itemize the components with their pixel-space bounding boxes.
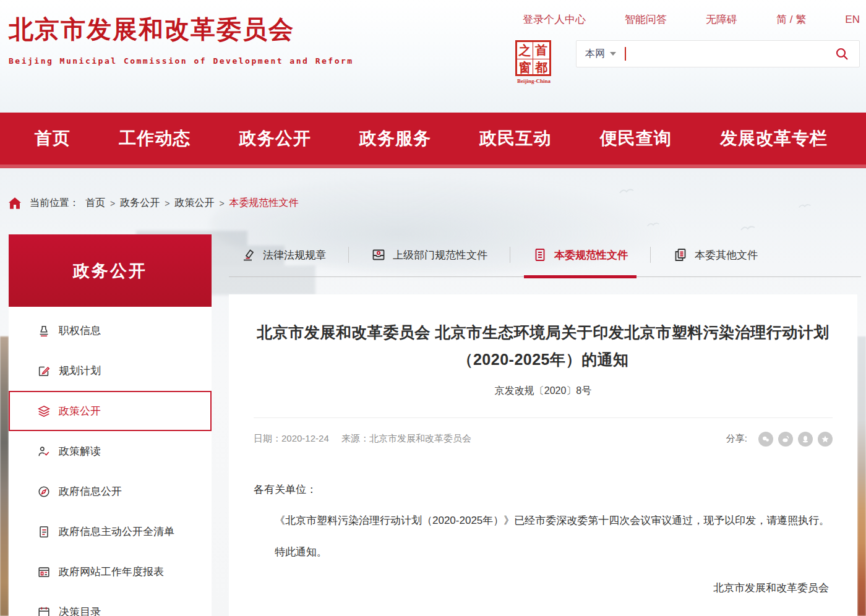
home-icon[interactable]	[9, 197, 21, 209]
article-body: 各有关单位： 《北京市塑料污染治理行动计划（2020-2025年）》已经市委深改…	[254, 479, 833, 600]
tab-commission-normative-docs[interactable]: 本委规范性文件	[533, 247, 628, 262]
search-input[interactable]	[631, 45, 833, 63]
article-card: 北京市发展和改革委员会 北京市生态环境局关于印发北京市塑料污染治理行动计划（20…	[229, 294, 857, 616]
beijing-china-seal-logo[interactable]: 之 首 窗 都 Beijing-China	[515, 40, 552, 84]
nav-item-gov-services[interactable]: 政务服务	[359, 127, 431, 150]
bird-watermark-icon	[619, 187, 635, 195]
red-document-icon	[533, 247, 547, 262]
search-box: 本网	[576, 40, 860, 67]
sidebar-item-proactive-disclosure-list[interactable]: 政府信息主动公开全清单	[9, 511, 212, 552]
search-caret-divider	[625, 47, 626, 61]
seal-grid: 之 首 窗 都	[515, 40, 551, 76]
tab-label: 法律法规规章	[263, 248, 326, 262]
seal-stamp-icon	[241, 247, 256, 262]
date-label: 日期：	[254, 433, 281, 443]
sidebar-item-policy-interpretation[interactable]: 政策解读	[9, 431, 212, 471]
tab-superior-normative-docs[interactable]: 上级部门规范性文件	[371, 247, 487, 262]
search-icon[interactable]	[833, 45, 851, 62]
article-meta: 日期：2020-12-24 来源：北京市发展和改革委员会	[254, 433, 471, 445]
tab-laws-regulations[interactable]: 法律法规规章	[241, 247, 326, 262]
content-row: 政务公开 职权信息 规划计划	[0, 234, 866, 616]
nav-item-reform-column[interactable]: 发展改革专栏	[720, 127, 828, 150]
divider	[254, 417, 833, 418]
breadcrumb-separator: >	[110, 199, 115, 208]
search-scope-label: 本网	[585, 48, 605, 61]
article-signature: 北京市发展和改革委员会	[254, 577, 833, 600]
breadcrumb-home[interactable]: 首页	[85, 197, 105, 210]
sidebar-list: 职权信息 规划计划 政策公开	[9, 307, 212, 616]
breadcrumb-policy-open[interactable]: 政策公开	[174, 197, 214, 210]
sidebar-item-gov-info-open[interactable]: 政府信息公开	[9, 471, 212, 511]
main-nav: 首页 工作动态 政务公开 政务服务 政民互动 便民查询 发展改革专栏	[0, 113, 866, 168]
nav-item-public-query[interactable]: 便民查询	[600, 127, 672, 150]
copy-document-icon	[673, 247, 688, 262]
tab-divider	[650, 247, 651, 263]
seal-char: 都	[533, 59, 549, 76]
sidebar-item-annual-report[interactable]: 政府网站工作年度报表	[9, 552, 212, 592]
sidebar-item-label: 政府信息主动公开全清单	[59, 524, 174, 539]
calendar-icon	[37, 605, 51, 616]
body-salutation: 各有关单位：	[254, 479, 833, 502]
nav-item-interaction[interactable]: 政民互动	[479, 127, 551, 150]
site-logo[interactable]: 北京市发展和改革委员会 Beijing Municipal Commission…	[9, 12, 354, 66]
nav-item-home[interactable]: 首页	[35, 127, 71, 150]
plan-edit-icon	[37, 364, 51, 378]
tab-label: 本委其他文件	[695, 248, 758, 262]
article-meta-row: 日期：2020-12-24 来源：北京市发展和改革委员会 分享:	[254, 432, 833, 447]
sidebar-item-label: 规划计划	[59, 364, 101, 378]
seal-char: 之	[517, 42, 533, 59]
breadcrumb-separator: >	[165, 199, 169, 208]
person-check-icon	[37, 445, 51, 458]
sidebar-item-label: 决策目录	[59, 605, 101, 616]
tab-label: 本委规范性文件	[554, 248, 628, 262]
top-link-accessibility[interactable]: 无障碍	[706, 12, 737, 27]
qq-icon[interactable]	[798, 432, 813, 447]
search-row: 之 首 窗 都 Beijing-China 本网	[515, 40, 860, 84]
sidebar-header[interactable]: 政务公开	[9, 234, 212, 307]
tab-divider	[348, 247, 349, 263]
sidebar-item-plans[interactable]: 规划计划	[9, 351, 212, 391]
top-header: 北京市发展和改革委员会 Beijing Municipal Commission…	[0, 0, 866, 113]
compass-icon	[37, 485, 51, 498]
wechat-icon[interactable]	[758, 432, 773, 447]
active-tab-underline	[524, 275, 637, 278]
sidebar: 政务公开 职权信息 规划计划	[9, 234, 212, 616]
favorite-star-icon[interactable]	[818, 432, 833, 447]
top-link-english[interactable]: EN	[845, 14, 860, 26]
article-title: 北京市发展和改革委员会 北京市生态环境局关于印发北京市塑料污染治理行动计划（20…	[254, 319, 833, 374]
sidebar-item-decision-catalog[interactable]: 决策目录	[9, 592, 212, 616]
source-label: 来源：	[341, 433, 369, 443]
sidebar-item-policy-open[interactable]: 政策公开	[9, 391, 212, 431]
top-link-simplified-traditional[interactable]: 简 / 繁	[776, 12, 806, 27]
share-bar: 分享:	[726, 432, 833, 447]
sidebar-item-label: 政策解读	[59, 444, 101, 458]
nav-item-gov-open[interactable]: 政务公开	[239, 127, 311, 150]
breadcrumb-label: 当前位置：	[30, 197, 79, 210]
breadcrumb-gov-open[interactable]: 政务公开	[120, 197, 160, 210]
weibo-icon[interactable]	[778, 432, 793, 447]
top-link-login[interactable]: 登录个人中心	[523, 12, 586, 27]
sidebar-item-authority-info[interactable]: 职权信息	[9, 310, 212, 351]
seal-caption: Beijing-China	[515, 78, 552, 84]
document-list-icon	[37, 525, 51, 539]
page: 北京市发展和改革委员会 Beijing Municipal Commission…	[0, 0, 866, 616]
site-title: 北京市发展和改革委员会	[9, 12, 354, 46]
main-column: 法律法规规章 上级部门规范性文件 本委规范性文件	[229, 234, 866, 616]
top-link-qa[interactable]: 智能问答	[625, 12, 667, 27]
stamp-icon	[37, 324, 51, 338]
sidebar-item-label: 职权信息	[59, 323, 101, 338]
inbox-icon	[371, 247, 386, 262]
breadcrumb: 当前位置： 首页 > 政务公开 > 政策公开 > 本委规范性文件	[0, 197, 866, 210]
nav-item-work-news[interactable]: 工作动态	[119, 127, 191, 150]
top-links: 登录个人中心 智能问答 无障碍 简 / 繁 EN	[515, 12, 860, 27]
tab-commission-other-docs[interactable]: 本委其他文件	[673, 247, 758, 262]
chevron-down-icon	[610, 52, 616, 56]
breadcrumb-current: 本委规范性文件	[229, 197, 299, 210]
share-label: 分享:	[726, 433, 747, 445]
article-date: 2020-12-24	[281, 433, 329, 443]
tab-divider	[510, 247, 510, 263]
search-scope-dropdown[interactable]: 本网	[585, 48, 616, 61]
article-doc-number: 京发改规〔2020〕8号	[254, 385, 833, 398]
body-paragraph: 《北京市塑料污染治理行动计划（2020-2025年）》已经市委深改委第十四次会议…	[254, 510, 833, 533]
article-source: 北京市发展和改革委员会	[369, 433, 471, 443]
